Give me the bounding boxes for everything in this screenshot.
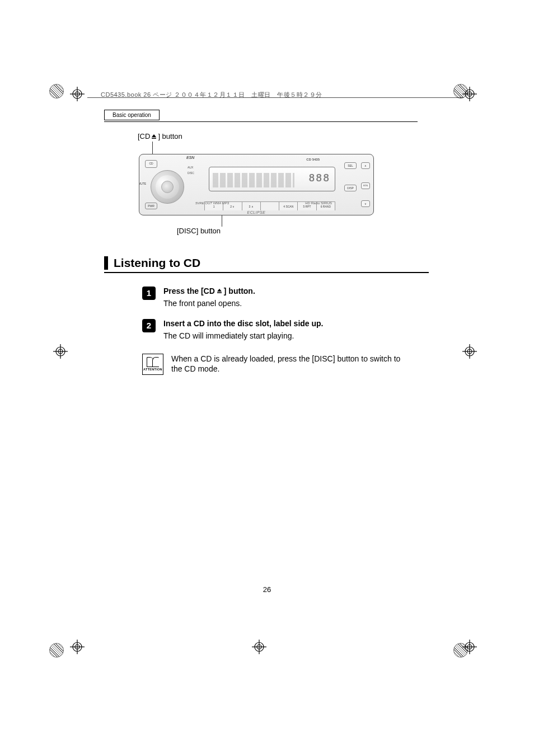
source-file-meta: CD5435.book 26 ページ ２００４年１２月１１日 土曜日 午後５時２… [101,91,322,99]
device-down-label: ∨ [361,200,370,207]
device-lcd-segments [213,173,294,187]
book-icon [147,357,159,367]
step-title: Insert a CD into the disc slot, label si… [163,319,429,328]
heading-bar-icon [104,256,108,270]
step-title-text: ] button. [224,287,255,295]
attention-text: When a CD is already loaded, press the [… [171,354,412,375]
attention-icon: ATTENTION [142,354,163,375]
section-rule [104,272,429,273]
callout-text: ] button [158,132,182,140]
svg-rect-29 [217,292,222,293]
step-description: The front panel opens. [163,299,429,308]
svg-rect-28 [152,138,156,139]
callout-cd-eject-button: [CD ] button [138,132,429,140]
eject-icon [216,288,223,294]
registration-mark [462,344,477,359]
device-tab: 3 ∧ [242,201,260,210]
registration-mark [53,344,68,359]
callout-pointer [222,215,222,227]
device-mute-label: MUTE [139,182,146,185]
step-description: The CD will immediately start playing. [163,331,429,340]
registration-mark [70,87,85,101]
section-title: Listening to CD [114,256,200,270]
breadcrumb-underline [104,121,418,122]
device-format-badges: 5VRE OUT WMA MP3 [195,201,229,205]
eject-icon [151,133,157,140]
callout-pointer [152,142,153,154]
registration-mark [252,640,266,654]
device-cd-button-label: CD [145,160,157,168]
device-rtn-label: RTN [361,182,370,189]
step-title: Press the [CD ] button. [163,287,429,295]
registration-mark [462,87,477,101]
step-number-badge: 2 [142,319,156,332]
device-pwr-button-label: PWR [145,203,157,209]
registration-mark [70,640,85,654]
section-heading: Listening to CD [104,256,429,270]
step: 1 Press the [CD ] button. The front pane… [142,287,429,314]
step-number-badge: 1 [142,287,156,300]
step-title-text: Press the [CD [163,287,215,295]
device-disp-label: DISP [344,185,357,191]
page-number: 26 [0,585,534,594]
callout-disc-button: [DISC] button [177,227,429,235]
breadcrumb: Basic operation [104,110,160,120]
device-eclipse-logo: ECLIPSE [247,210,265,214]
device-tab: 4 SCAN [279,201,297,210]
device-up-label: ∧ [361,162,370,169]
print-mark-ball [49,643,64,658]
callout-text: [CD [138,132,150,140]
attention-label: ATTENTION [143,368,162,371]
device-lcd: 888 [209,167,335,191]
registration-mark [462,640,477,654]
device-hd-sirius-label: HD Radio SIRIUS [305,201,332,205]
device-sel-label: SEL [344,162,357,169]
device-tab [260,201,279,210]
device-lcd-digits: 888 [308,172,330,187]
device-illustration: CD PWR MUTE AUX DISC ESN CD 5435 888 1 2… [139,154,374,215]
attention-note: ATTENTION When a CD is already loaded, p… [142,354,429,375]
step: 2 Insert a CD into the disc slot, label … [142,319,429,347]
device-volume-dial [151,170,184,204]
print-mark-ball [49,84,64,98]
